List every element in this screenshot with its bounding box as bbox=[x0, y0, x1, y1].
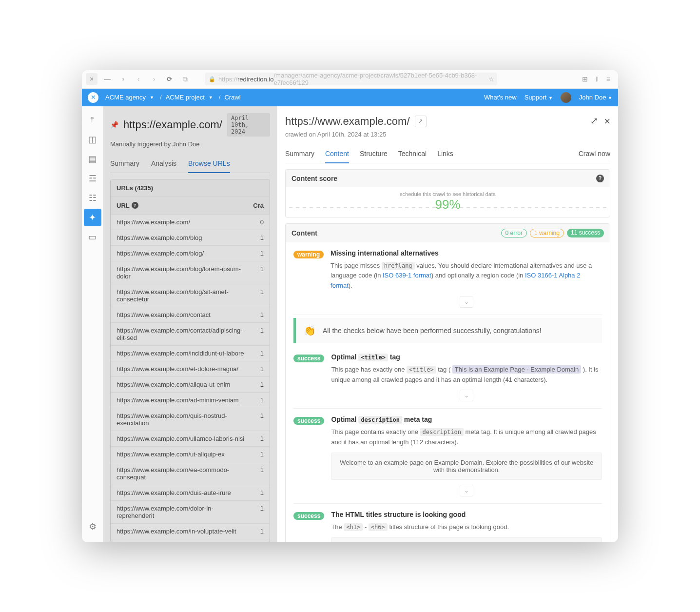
detail-pane: https://www.example.com/ ↗ ⤢ × crawled o… bbox=[277, 106, 618, 542]
open-external-icon[interactable]: ↗ bbox=[415, 116, 427, 127]
support-link[interactable]: Support ▼ bbox=[525, 94, 553, 101]
check-title-heading: Optimal <title> tag bbox=[331, 353, 602, 361]
close-icon[interactable]: × bbox=[604, 115, 610, 128]
trigger-info: Manually triggered by John Doe bbox=[110, 140, 270, 148]
crawl-now-button[interactable]: Crawl now bbox=[579, 150, 610, 158]
library-icon[interactable]: ⦀ bbox=[596, 75, 599, 83]
detail-title: https://www.example.com/ bbox=[285, 115, 410, 128]
col-url: URL? bbox=[117, 202, 249, 209]
titlebar: × — ▫ ‹ › ⟳ ⧉ 🔒 https://redirection.io/m… bbox=[82, 70, 618, 89]
pill-warning: warning bbox=[293, 251, 324, 258]
dtab-summary[interactable]: Summary bbox=[285, 145, 314, 162]
pill-success: success bbox=[293, 417, 324, 425]
maximize-button[interactable]: ▫ bbox=[117, 73, 129, 85]
link-iso639[interactable]: ISO 639-1 format bbox=[383, 272, 431, 279]
table-row[interactable]: https://www.example.com/in-voluptate-vel… bbox=[111, 523, 270, 539]
table-row[interactable]: https://www.example.com/dolor-in-reprehe… bbox=[111, 500, 270, 523]
breadcrumb-project[interactable]: ACME project▼ bbox=[166, 94, 215, 101]
table-row[interactable]: https://www.example.com/blog/sit-amet-co… bbox=[111, 284, 270, 307]
check-desc-heading: Optimal description meta tag bbox=[331, 415, 602, 423]
user-menu[interactable]: John Doe ▼ bbox=[579, 94, 612, 101]
pin-icon[interactable]: 📌 bbox=[110, 121, 118, 129]
minimize-button[interactable]: — bbox=[101, 73, 113, 85]
score-head: Content score bbox=[292, 175, 337, 182]
score-value: 99% bbox=[293, 197, 602, 212]
headings-tree: <h1> Welcome to an example page on Examp… bbox=[331, 537, 602, 542]
help-icon[interactable]: ? bbox=[132, 202, 138, 209]
clap-icon: 👏 bbox=[304, 325, 316, 336]
rail-list-icon[interactable]: ☲ bbox=[84, 170, 101, 187]
dtab-content[interactable]: Content bbox=[325, 145, 349, 163]
rail-dashboard-icon[interactable]: ◫ bbox=[84, 131, 101, 148]
check-intl-desc: This page misses hreflang values. You sh… bbox=[331, 261, 602, 291]
tab-analysis[interactable]: Analysis bbox=[151, 156, 176, 173]
crawl-date: April 10th, 2024 bbox=[227, 113, 270, 137]
table-row[interactable]: https://www.example.com/ullamco-laboris-… bbox=[111, 431, 270, 446]
menu-icon[interactable]: ≡ bbox=[606, 75, 610, 83]
left-pane: 📌 https://example.com/ April 10th, 2024 … bbox=[103, 106, 277, 542]
rail-crawl-icon[interactable]: ✦ bbox=[84, 209, 101, 226]
table-row[interactable]: https://www.example.com/ea-commodo-conse… bbox=[111, 462, 270, 485]
forward-button[interactable]: › bbox=[148, 75, 160, 83]
table-row[interactable]: https://www.example.com/contact/adipisci… bbox=[111, 322, 270, 345]
lock-icon: 🔒 bbox=[209, 76, 215, 82]
check-intl-title: Missing international alternatives bbox=[331, 249, 602, 257]
table-row[interactable]: https://www.example.com/0 bbox=[111, 214, 270, 230]
favorite-icon[interactable]: ☆ bbox=[488, 76, 494, 83]
tab-button[interactable]: ⧉ bbox=[179, 75, 191, 83]
table-row[interactable]: https://www.example.com/esse-cillum-dolo… bbox=[111, 539, 270, 542]
page-title: https://example.com/ bbox=[123, 118, 222, 131]
expand-icon[interactable]: ⤢ bbox=[590, 115, 598, 128]
check-headings-desc: The <h1> - <h6> titles structure of this… bbox=[331, 522, 602, 533]
rail-settings-icon[interactable]: ⚙ bbox=[84, 518, 101, 535]
expand-button[interactable]: ⌄ bbox=[460, 485, 473, 496]
url-host: redirection.io bbox=[237, 76, 273, 83]
dtab-technical[interactable]: Technical bbox=[398, 145, 427, 162]
apps-icon[interactable]: ⊞ bbox=[582, 75, 588, 83]
table-row[interactable]: https://www.example.com/ut-aliquip-ex1 bbox=[111, 446, 270, 462]
table-row[interactable]: https://www.example.com/et-dolore-magna/… bbox=[111, 361, 270, 376]
rail-stats-icon[interactable]: ⫯ bbox=[84, 111, 101, 129]
meta-description-quote: Welcome to an example page on Example Do… bbox=[331, 453, 602, 480]
dtab-structure[interactable]: Structure bbox=[360, 145, 388, 162]
crawl-meta: crawled on April 10th, 2024 at 13:25 bbox=[285, 131, 610, 138]
score-card: Content score? schedule this crawl to se… bbox=[285, 169, 610, 217]
content-card: Content 0 error 1 warning 11 success war… bbox=[285, 223, 610, 542]
url-bar[interactable]: 🔒 https://redirection.io/manager/acme-ag… bbox=[205, 73, 497, 85]
sidebar-rail: ⫯ ◫ ▤ ☲ ☷ ✦ ▭ ⚙ bbox=[82, 106, 103, 542]
rail-book-icon[interactable]: ▭ bbox=[84, 228, 101, 246]
check-title-desc: This page has exactly one <title> tag ( … bbox=[331, 365, 602, 385]
table-row[interactable]: https://www.example.com/ad-minim-veniam1 bbox=[111, 392, 270, 408]
table-row[interactable]: https://www.example.com/aliqua-ut-enim1 bbox=[111, 376, 270, 392]
expand-button[interactable]: ⌄ bbox=[460, 390, 473, 401]
close-button[interactable]: × bbox=[86, 73, 97, 85]
breadcrumb-crawl[interactable]: Crawl bbox=[224, 94, 240, 101]
table-row[interactable]: https://www.example.com/contact1 bbox=[111, 307, 270, 322]
table-body: https://www.example.com/0https://www.exa… bbox=[111, 214, 270, 542]
check-desc-desc: This page contains exactly one descripti… bbox=[331, 427, 602, 448]
table-header: URLs (4235) bbox=[111, 179, 270, 197]
table-row[interactable]: https://www.example.com/blog1 bbox=[111, 230, 270, 245]
rail-page-icon[interactable]: ▤ bbox=[84, 150, 101, 168]
table-row[interactable]: https://www.example.com/incididunt-ut-la… bbox=[111, 345, 270, 361]
dtab-links[interactable]: Links bbox=[437, 145, 453, 162]
reload-button[interactable]: ⟳ bbox=[164, 75, 175, 83]
score-hint: schedule this crawl to see historical da… bbox=[293, 191, 602, 197]
info-icon[interactable]: ? bbox=[596, 175, 604, 182]
check-headings-title: The HTML titles structure is looking goo… bbox=[331, 511, 602, 518]
whats-new-link[interactable]: What's new bbox=[484, 94, 517, 101]
avatar[interactable] bbox=[561, 92, 571, 103]
rail-db-icon[interactable]: ☷ bbox=[84, 189, 101, 207]
expand-button[interactable]: ⌄ bbox=[460, 296, 473, 308]
table-row[interactable]: https://www.example.com/blog/lorem-ipsum… bbox=[111, 261, 270, 284]
tab-browse-urls[interactable]: Browse URLs bbox=[188, 156, 230, 173]
table-row[interactable]: https://www.example.com/blog/1 bbox=[111, 245, 270, 261]
tab-summary[interactable]: Summary bbox=[110, 156, 139, 173]
table-row[interactable]: https://www.example.com/duis-aute-irure1 bbox=[111, 485, 270, 500]
logo-icon[interactable]: ✕ bbox=[88, 92, 98, 103]
table-row[interactable]: https://www.example.com/quis-nostrud-exe… bbox=[111, 408, 270, 431]
breadcrumb-agency[interactable]: ACME agency▼ bbox=[105, 94, 156, 101]
back-button[interactable]: ‹ bbox=[133, 75, 144, 83]
badge-error: 0 error bbox=[501, 229, 527, 237]
badge-success: 11 success bbox=[567, 229, 604, 237]
